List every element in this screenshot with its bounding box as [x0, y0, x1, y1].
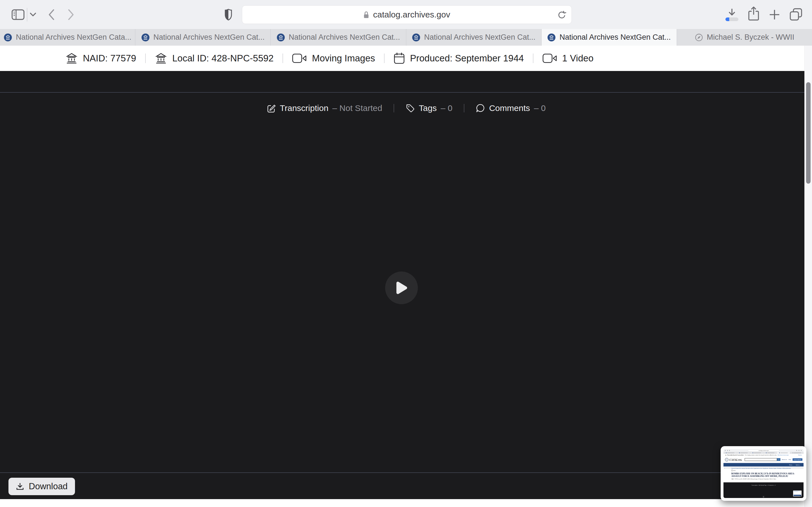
video-camera-icon [543, 53, 557, 63]
mini-play-icon: ▴ [763, 496, 765, 498]
screenshot-preview-thumbnail[interactable]: catalog.archives.gov Potentially Harmful… [721, 446, 806, 501]
mini-item-title: BOMBS EXPLODE ON BEACH, LVTs IN RENDEZVO… [731, 472, 795, 477]
archives-favicon [547, 33, 556, 42]
mini-sidebar-icon [725, 450, 726, 451]
mini-tab [790, 452, 804, 454]
lock-icon [363, 11, 369, 18]
mini-tabs-icon [801, 450, 802, 451]
bank-icon [155, 52, 167, 64]
tab-national-archives-3[interactable]: National Archives NextGen Cat... [271, 29, 406, 46]
mini-player-area: Transcription – Not Started Tags – 0 Com… [723, 483, 804, 498]
tags-item[interactable]: Tags – 0 [405, 103, 453, 113]
scrollbar-thumb[interactable] [806, 82, 811, 184]
tab-label: National Archives NextGen Cat... [559, 33, 671, 42]
downloads-button[interactable] [725, 7, 739, 22]
new-tab-button[interactable] [769, 9, 780, 20]
mini-item-content: Record Group 428: General Records of the… [723, 467, 804, 483]
tab-national-archives-4[interactable]: National Archives NextGen Cat... [406, 29, 542, 46]
page-bottom-strip [0, 499, 812, 507]
bank-icon [65, 52, 78, 64]
comment-icon [476, 103, 485, 113]
browser-toolbar: catalog.archives.gov [0, 0, 812, 29]
mini-tab [723, 452, 737, 454]
item-metadata-row: NAID: 77579 Local ID: 428-NPC-5592 Movin… [0, 46, 812, 71]
engagement-divider [394, 104, 394, 112]
metadata-label: Moving Images [312, 53, 375, 64]
mini-advanced-link: Advanced [782, 459, 787, 460]
mini-share-link: Share... [789, 464, 793, 466]
metadata-label: 1 Video [562, 53, 594, 64]
transcription-label: Transcription [280, 103, 328, 113]
address-bar[interactable]: catalog.archives.gov [242, 5, 572, 24]
mini-harmful-content-alert: Potentially Harmful Content Alert: The C… [723, 454, 804, 457]
transcription-item[interactable]: Transcription – Not Started [266, 103, 382, 113]
tab-label: National Archives NextGen Cata... [16, 33, 132, 42]
mini-tab [737, 452, 750, 454]
privacy-shield-icon[interactable] [224, 8, 232, 21]
mini-help-link: Help [789, 459, 791, 460]
archives-favicon [276, 33, 285, 42]
share-button[interactable] [748, 6, 760, 21]
section-divider [0, 472, 812, 473]
tab-national-archives-5-active[interactable]: National Archives NextGen Cat... [542, 29, 677, 46]
sidebar-toggle-button[interactable] [11, 9, 24, 20]
metadata-divider [145, 54, 146, 63]
mini-back-icon [727, 450, 728, 451]
engagement-divider [464, 104, 464, 112]
mini-search-input [745, 458, 777, 461]
metadata-naid: NAID: 77579 [65, 52, 136, 64]
archives-favicon [4, 33, 12, 42]
media-viewer-section: Transcription – Not Started Tags – 0 Com… [0, 71, 812, 499]
metadata-type: Moving Images [292, 53, 375, 64]
mini-options-link: Options... [796, 464, 801, 466]
alert-text: The Catalog contains content that may be… [745, 455, 777, 456]
mini-address-bar: catalog.archives.gov [748, 450, 779, 452]
mini-tab-active [777, 452, 790, 454]
compass-favicon [695, 33, 703, 42]
edit-icon [266, 103, 276, 113]
mini-share-icon [797, 450, 797, 451]
video-camera-icon [292, 53, 307, 63]
tab-national-archives-1[interactable]: National Archives NextGen Cata... [0, 29, 135, 46]
warning-icon [725, 455, 726, 456]
download-label: Download [29, 482, 68, 492]
metadata-video-count: 1 Video [543, 53, 594, 64]
toolbar-divider [27, 8, 28, 21]
mini-login-button: Log In / Sign Up [793, 458, 802, 461]
sidebar-chevron-down-icon[interactable] [30, 12, 36, 17]
tab-national-archives-2[interactable]: National Archives NextGen Cat... [135, 29, 271, 46]
tab-michael-byczek[interactable]: Michael S. Byczek - WWII [677, 29, 812, 46]
back-button[interactable] [48, 9, 55, 20]
mini-nested-thumbnail [793, 491, 802, 497]
section-divider [0, 92, 812, 93]
metadata-local-id: Local ID: 428-NPC-5592 [155, 52, 274, 64]
alert-dismiss: Dismiss [798, 455, 802, 456]
play-icon [395, 281, 408, 295]
engagement-row: Transcription – Not Started Tags – 0 Com… [0, 98, 812, 119]
archives-favicon [141, 33, 150, 42]
mini-nara-logo [725, 458, 728, 462]
tags-label: Tags [419, 103, 437, 113]
tab-overview-button[interactable] [790, 8, 802, 21]
video-play-button[interactable] [385, 272, 418, 304]
mini-tab [750, 452, 763, 454]
comments-count: – 0 [534, 103, 546, 113]
mini-breadcrumb: Record Group 428: General Records of the… [731, 468, 804, 469]
url-text: catalog.archives.gov [373, 10, 450, 19]
mini-item-icon [731, 470, 733, 471]
tab-bar: National Archives NextGen Cata... Nation… [0, 29, 812, 46]
mini-forward-icon [729, 450, 730, 451]
mini-navy-bar: Share... Options... [723, 463, 804, 467]
tag-icon [405, 103, 415, 113]
metadata-label: Local ID: 428-NPC-5592 [172, 53, 274, 64]
download-button[interactable]: Download [8, 478, 75, 495]
forward-button[interactable] [68, 9, 74, 20]
mini-item-label: Item [731, 470, 804, 471]
tab-label: National Archives NextGen Cat... [289, 33, 400, 42]
mini-search-button: ⌕ [777, 458, 780, 461]
reload-button[interactable] [557, 10, 566, 21]
mini-brand: CATALOG [729, 459, 742, 461]
comments-item[interactable]: Comments – 0 [476, 103, 546, 113]
metadata-label: NAID: 77579 [83, 53, 136, 64]
mini-engagement-line: Transcription – Not Started Tags – 0 Com… [723, 485, 804, 486]
